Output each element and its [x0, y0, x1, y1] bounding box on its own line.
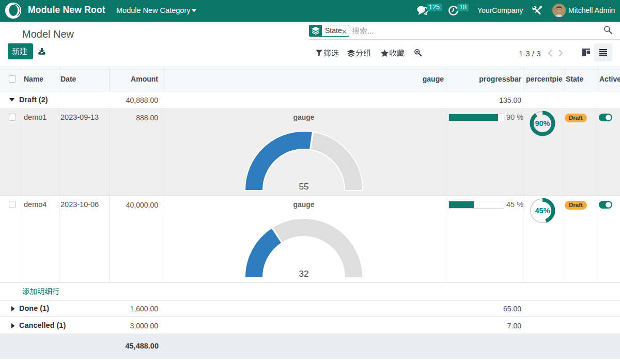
svg-text:55: 55 [299, 182, 309, 192]
svg-text:45%: 45% [535, 207, 550, 215]
svg-text:32: 32 [299, 269, 309, 279]
svg-text:90%: 90% [535, 119, 550, 128]
